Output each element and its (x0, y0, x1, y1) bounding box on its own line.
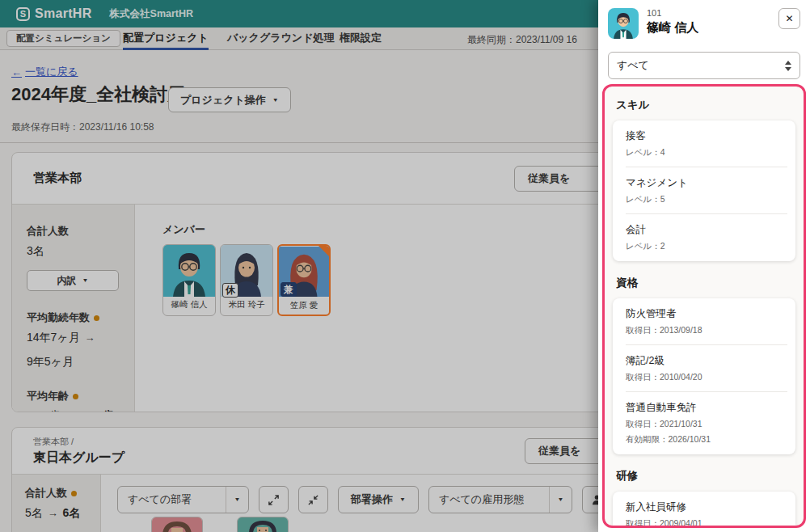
employee-name: 篠崎 信人 (647, 20, 698, 36)
employment-type-filter-value: すべての雇用形態 (429, 492, 549, 507)
skill-level: レベル：2 (626, 241, 786, 252)
qualifications-heading: 資格 (616, 276, 795, 290)
employee-detail-panel: 101 篠崎 信人 ✕ すべて スキル 接客 レベル：4 マネジメント レベル：… (598, 0, 810, 532)
skill-item: マネジメント レベル：5 (613, 167, 795, 214)
employee-identity: 101 篠崎 信人 (647, 8, 698, 39)
avg-age-before-value: 37.0歳 (27, 409, 60, 412)
highlighted-info-region: スキル 接客 レベル：4 マネジメント レベル：5 会計 レベル：2 資格 防火… (602, 84, 806, 528)
female-avatar-top (152, 517, 202, 532)
qualification-item: 簿記/2級 取得日：2010/04/20 (613, 345, 795, 392)
group-total-values: 5名 → 6名 (25, 506, 94, 521)
project-operation-label: プロジェクト操作 (180, 93, 266, 108)
member-card-partial[interactable] (151, 517, 203, 532)
avg-tenure-after: 9年5ヶ月 (27, 355, 123, 369)
skill-title: 接客 (626, 129, 786, 143)
department-filter-value: すべての部署 (118, 492, 226, 507)
avg-age-label: 平均年齢 (27, 389, 123, 403)
breakdown-label: 内訳 (57, 274, 77, 288)
sales-division-title: 営業本部 (33, 171, 82, 186)
qualification-item: 普通自動車免許 取得日：2021/10/31 有効期限：2026/10/31 (613, 392, 795, 454)
avg-age-label-text: 平均年齢 (27, 389, 69, 403)
caret-down-icon: ▼ (226, 487, 248, 513)
qualification-expiry: 有効期限：2026/10/31 (626, 434, 786, 445)
member-name: 篠崎 信人 (163, 297, 215, 314)
trainings-heading: 研修 (616, 469, 795, 483)
back-link-label: 一覧に戻る (25, 65, 78, 79)
skill-level: レベル：4 (626, 147, 786, 158)
training-item: 新入社員研修 取得日：2009/04/01 (613, 492, 795, 528)
info-category-value: すべて (617, 58, 785, 73)
on-leave-badge: 休 (222, 283, 238, 298)
employee-avatar (608, 8, 639, 39)
warning-dot-icon (71, 491, 77, 496)
male-avatar-top (238, 517, 288, 532)
member-card-yoneda[interactable]: 休 米田 玲子 (220, 244, 273, 316)
last-saved-text: 最終保存日時：2023/11/16 10:58 (11, 120, 154, 134)
member-card-kasahara[interactable]: 兼 笠原 愛 (277, 244, 331, 316)
arrow-right-icon: → (63, 410, 77, 412)
sort-updown-icon (785, 61, 791, 71)
employee-number: 101 (647, 8, 698, 18)
panel-header: 101 篠崎 信人 ✕ (598, 0, 810, 45)
group-total-label: 合計人数 (25, 486, 94, 500)
smarthr-logo-icon: S (16, 7, 30, 21)
last-sync-text: 最終同期：2023/11/09 16 (467, 33, 577, 47)
smarthr-logo[interactable]: S SmartHR (16, 6, 92, 21)
breakdown-button[interactable]: 内訳 ▼ (27, 270, 119, 291)
sales-division-stats: 合計人数 3名 内訳 ▼ 平均勤続年数 14年7ヶ月 → 9年5ヶ月 平均年齢 … (12, 205, 135, 412)
caret-down-icon: ▼ (399, 497, 406, 503)
department-filter-select[interactable]: すべての部署 ▼ (117, 486, 249, 513)
close-icon: ✕ (785, 13, 793, 24)
caret-down-icon: ▼ (82, 278, 89, 284)
qualification-date: 取得日：2021/10/31 (626, 419, 786, 430)
caret-down-icon: ▼ (549, 487, 572, 513)
avg-tenure-label: 平均勤続年数 (27, 310, 123, 325)
employment-type-filter-select[interactable]: すべての雇用形態 ▼ (428, 486, 572, 513)
department-operation-button[interactable]: 部署操作 ▼ (338, 486, 419, 513)
tab-placement-simulation[interactable]: 配置シミュレーション (6, 30, 120, 47)
arrow-right-icon: → (46, 507, 60, 519)
back-to-list-link[interactable]: ← 一覧に戻る (11, 65, 78, 79)
back-arrow-icon: ← (11, 66, 22, 78)
member-name: 笠原 愛 (279, 298, 329, 315)
skill-level: レベル：5 (626, 194, 786, 205)
avg-age-after-value: 36.7歳 (80, 409, 113, 412)
tab-permission-settings[interactable]: 権限設定 (340, 27, 382, 50)
skill-title: マネジメント (626, 176, 786, 190)
avg-age-values: 37.0歳 → 36.7歳 (27, 409, 123, 412)
group-stats: 合計人数 5名 → 6名 (12, 475, 101, 532)
logo-text: SmartHR (35, 6, 92, 21)
member-card-partial[interactable] (237, 517, 289, 532)
arrow-right-icon: → (83, 331, 97, 344)
total-count-label: 合計人数 (27, 224, 123, 239)
group-total-before: 5名 (25, 506, 43, 519)
department-operation-label: 部署操作 (351, 492, 393, 507)
expand-icon (268, 494, 280, 506)
trainings-card: 新入社員研修 取得日：2009/04/01 管理職研修 取得日：2023/11/… (613, 492, 795, 528)
expand-all-button[interactable] (259, 486, 289, 513)
tab-placement-project[interactable]: 配置プロジェクト (123, 27, 209, 50)
avg-tenure-label-text: 平均勤続年数 (27, 310, 90, 325)
info-category-select[interactable]: すべて (608, 52, 800, 79)
close-panel-button[interactable]: ✕ (778, 8, 800, 29)
male-avatar (163, 245, 215, 297)
qualification-date: 取得日：2010/04/20 (626, 372, 786, 383)
avg-tenure-before-value: 14年7ヶ月 (27, 331, 80, 344)
qualifications-card: 防火管理者 取得日：2013/09/18 簿記/2級 取得日：2010/04/2… (613, 298, 795, 454)
qualification-title: 簿記/2級 (626, 354, 786, 368)
qualification-date: 取得日：2013/09/18 (626, 325, 786, 336)
skills-card: 接客 レベル：4 マネジメント レベル：5 会計 レベル：2 (613, 120, 795, 261)
collapse-all-button[interactable] (298, 486, 328, 513)
male-avatar (608, 8, 639, 39)
project-operation-button[interactable]: プロジェクト操作 ▼ (168, 87, 291, 112)
skill-item: 接客 レベル：4 (613, 120, 795, 167)
tab-background-processing[interactable]: バックグラウンド処理 (227, 27, 334, 50)
total-count-value: 3名 (27, 244, 123, 259)
caret-down-icon: ▼ (272, 97, 279, 103)
skill-item: 会計 レベル：2 (613, 214, 795, 261)
member-card-shinozaki[interactable]: 篠崎 信人 (162, 244, 216, 316)
collapse-icon (307, 494, 319, 506)
qualification-title: 普通自動車免許 (626, 401, 786, 415)
skill-title: 会計 (626, 223, 786, 237)
avg-tenure-before: 14年7ヶ月 → (27, 331, 123, 345)
